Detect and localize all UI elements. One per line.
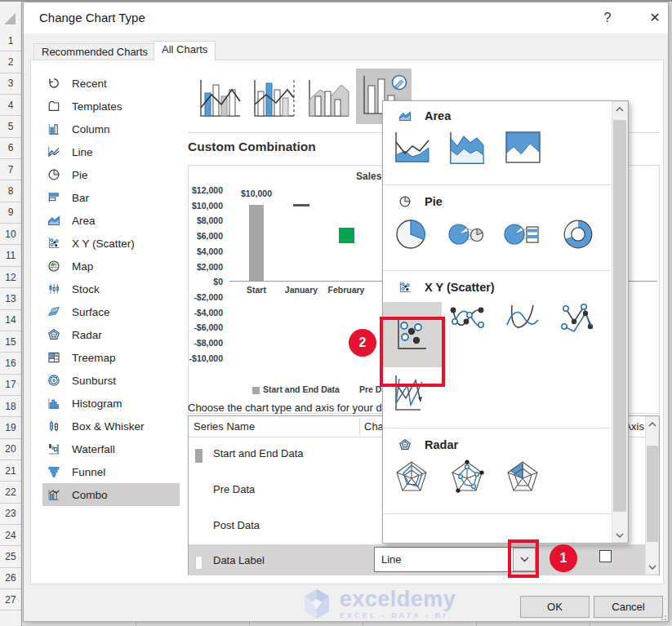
row-header-cell[interactable]: 14 (0, 310, 21, 331)
scrollbar-thumb[interactable] (647, 446, 658, 542)
flyout-section-title: Pie (425, 195, 443, 208)
y-axis-tick: -$10,000 (189, 353, 223, 363)
sidebar-item-column[interactable]: Column (42, 118, 180, 140)
sidebar-item-map[interactable]: Map (42, 255, 180, 277)
sidebar-item-surface[interactable]: Surface (42, 300, 180, 323)
tile-bar-of-pie[interactable] (504, 216, 541, 252)
sidebar-item-treemap[interactable]: Treemap (42, 346, 180, 369)
thumb-clustered-column-line[interactable] (195, 73, 246, 124)
sidebar-item-combo[interactable]: Combo (42, 483, 180, 506)
row-header-cell[interactable]: 16 (0, 353, 21, 374)
tile-100-stacked-area[interactable] (504, 131, 541, 165)
series-row-name[interactable]: Post Data (213, 519, 260, 531)
tile-area[interactable] (393, 131, 430, 165)
sidebar-item-area[interactable]: Area (42, 209, 180, 232)
scatter-icon (396, 281, 414, 294)
thumb-clustered-column-line (198, 78, 243, 119)
sidebar-item-recent[interactable]: Recent (42, 72, 180, 95)
sidebar-item-templates[interactable]: Templates (42, 95, 180, 118)
tile-scatter-straight-markers[interactable] (559, 302, 597, 340)
row-header-cell[interactable]: 22 (0, 482, 21, 503)
scroll-up-icon[interactable] (646, 417, 658, 431)
row-header-cell[interactable]: 9 (0, 202, 21, 224)
scroll-down-icon[interactable] (646, 560, 658, 574)
select-all-corner[interactable] (4, 13, 16, 24)
x-axis-label: Start (234, 285, 279, 295)
thumb-stacked-area-column[interactable] (304, 73, 354, 124)
row-header-cell[interactable]: 1 (0, 30, 21, 51)
legend-entry: Start and End Data (263, 384, 340, 394)
close-icon[interactable]: ✕ (644, 9, 665, 27)
sidebar-item-radar[interactable]: Radar (42, 323, 180, 346)
y-axis-tick: -$6,000 (189, 322, 223, 332)
tab-recommended-charts[interactable]: Recommended Charts (33, 43, 156, 61)
row-header-cell[interactable]: 27 (0, 589, 21, 610)
row-header-cell[interactable]: 20 (0, 439, 21, 460)
row-header-cell[interactable]: 12 (0, 267, 21, 288)
scatter-icon (47, 237, 60, 250)
sidebar-item-waterfall[interactable]: Waterfall (42, 437, 180, 460)
tile-pie[interactable] (393, 216, 430, 252)
thumb-clustered-column-line-secondary[interactable] (249, 73, 300, 124)
scroll-up-icon[interactable] (612, 102, 627, 116)
sidebar-item-line[interactable]: Line (42, 140, 180, 163)
row-header-cell[interactable]: 8 (0, 180, 21, 202)
row-header-cell[interactable]: 4 (0, 95, 21, 116)
legend-swatch (252, 387, 260, 394)
series-row-name[interactable]: Start and End Data (213, 447, 304, 460)
row-header-cell[interactable]: 10 (0, 224, 21, 245)
watermark-tagline: EXCEL - DATA - BI (340, 612, 456, 619)
row-header-cell[interactable]: 15 (0, 331, 21, 353)
sidebar-item-sunburst[interactable]: Sunburst (42, 369, 180, 392)
row-header-cell[interactable]: 23 (0, 504, 21, 525)
cancel-button[interactable]: Cancel (594, 596, 663, 618)
tile-pie-of-pie[interactable] (448, 216, 486, 252)
row-header-cell[interactable]: 26 (0, 568, 21, 589)
row-header-cell[interactable]: 17 (0, 375, 21, 396)
tile-filled-radar[interactable] (504, 460, 541, 497)
row-header-cell[interactable]: 11 (0, 246, 21, 267)
series-row-name[interactable]: Pre Data (213, 483, 255, 495)
tile-stacked-area[interactable] (448, 131, 486, 165)
sidebar-item-bar[interactable]: Bar (42, 186, 180, 209)
y-axis-tick: $0 (189, 277, 223, 286)
row-header-cell[interactable]: 24 (0, 525, 21, 546)
tile-doughnut (559, 216, 597, 252)
series-table-scrollbar[interactable] (645, 416, 659, 575)
tile-radar-markers[interactable] (448, 460, 486, 497)
treemap-icon (47, 351, 60, 364)
dialog-titlebar[interactable]: Change Chart Type ? ✕ (24, 2, 668, 33)
recent-icon (47, 77, 60, 90)
tile-doughnut[interactable] (559, 216, 597, 252)
row-header-cell[interactable]: 19 (0, 417, 21, 438)
sidebar-item-histogram[interactable]: Histogram (42, 392, 180, 415)
row-header-cell[interactable]: 13 (0, 288, 21, 309)
series-row-name[interactable]: Data Label (213, 554, 265, 566)
scroll-down-icon[interactable] (612, 528, 627, 542)
row-header-cell[interactable]: 5 (0, 116, 21, 137)
row-header-cell[interactable]: 3 (0, 73, 21, 95)
sidebar-item-x-y-scatter-[interactable]: X Y (Scatter) (42, 232, 180, 255)
flyout-scrollbar[interactable] (612, 101, 628, 543)
tab-all-charts[interactable]: All Charts (154, 41, 216, 61)
sidebar-item-pie[interactable]: Pie (42, 163, 180, 186)
resize-grip[interactable] (661, 615, 667, 621)
help-icon[interactable]: ? (597, 9, 618, 27)
sidebar-item-funnel[interactable]: Funnel (42, 460, 180, 483)
row-header-cell[interactable]: 18 (0, 396, 21, 417)
sidebar-item-label: Sunburst (72, 375, 116, 387)
row-header-cell[interactable]: 2 (0, 51, 21, 73)
tile-scatter-smooth[interactable] (504, 302, 541, 340)
sidebar-item-box-whisker[interactable]: Box & Whisker (42, 415, 180, 437)
row-header-cell[interactable]: 21 (0, 460, 21, 482)
row-header-cell[interactable]: 7 (0, 159, 21, 180)
tile-radar[interactable] (393, 460, 430, 497)
tile-radar (393, 460, 430, 497)
ok-button[interactable]: OK (520, 596, 590, 618)
row-header-cell[interactable]: 6 (0, 138, 21, 159)
row-header-cell[interactable]: 25 (0, 546, 21, 567)
sidebar-item-stock[interactable]: Stock (42, 277, 180, 300)
tile-scatter-smooth-markers[interactable] (448, 302, 486, 340)
scrollbar-thumb[interactable] (613, 120, 626, 512)
secondary-axis-checkbox[interactable] (599, 550, 612, 562)
